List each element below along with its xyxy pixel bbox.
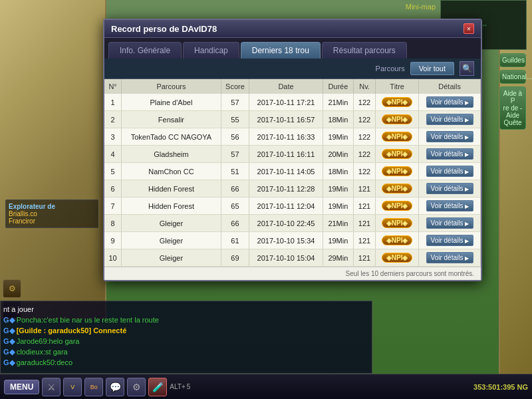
titre-badge-3: ◈NPI◈ (382, 132, 413, 142)
sword-icon[interactable]: ⚔ (42, 378, 61, 396)
cell-details-1: Voir détails (419, 94, 481, 111)
table-row: 5NamChon CC512017-10-11 14:0518Min122◈NP… (104, 163, 481, 180)
table-row: 3TokenTado CC NAGOYA562017-10-11 16:3319… (104, 128, 481, 146)
cell-details-6: Voir détails (419, 180, 481, 198)
guildes-button[interactable]: Guildes (499, 53, 526, 67)
minimap-label: Mini-map (406, 3, 436, 11)
cell-date-7: 2017-10-11 12:04 (249, 198, 323, 215)
cell-details-7: Voir détails (419, 198, 481, 215)
cell-score-4: 57 (221, 146, 249, 163)
dialog-close-button[interactable]: × (464, 23, 474, 34)
table-row: 7Hidden Forest652017-10-11 12:0419Min121… (104, 198, 481, 215)
chat-area: nt a jouer G◆ Poncha:c'est bie nar us le… (0, 301, 372, 374)
voir-details-button-2[interactable]: Voir détails (426, 114, 473, 125)
potion-icon[interactable]: 🧪 (148, 378, 167, 396)
chat-line-3: G◆ [Guilde : garaduck50] Connecté (3, 325, 369, 336)
cell-titre-6: ◈NPI◈ (376, 180, 419, 198)
voir-details-button-9[interactable]: Voir détails (426, 235, 473, 246)
cell-titre-10: ◈NPI◈ (376, 249, 419, 267)
table-row: 8Gleiger662017-10-10 22:4521Min121◈NPI◈V… (104, 215, 481, 232)
cell-details-8: Voir détails (419, 215, 481, 232)
titre-badge-2: ◈NPI◈ (382, 114, 413, 124)
chat-line-1: nt a jouer (3, 304, 369, 315)
cell-duree-7: 19Min (323, 198, 353, 215)
cell-duree-6: 19Min (323, 180, 353, 198)
cell-parcours-4: Gladsheim (122, 146, 221, 163)
cell-titre-2: ◈NPI◈ (376, 111, 419, 128)
aide-quete-button[interactable]: Aide à Pre de -Aide Quête (499, 86, 526, 130)
cell-n-4: 4 (104, 146, 122, 163)
coordinates: 353:501:395 NG (473, 383, 528, 391)
tab-info-generale[interactable]: Info. Générale (108, 42, 182, 59)
cell-date-9: 2017-10-10 15:34 (249, 232, 323, 249)
cell-nv-7: 121 (353, 198, 375, 215)
col-header-date: Date (249, 79, 323, 94)
chat-icon[interactable]: 💬 (106, 378, 124, 396)
alt-indicator: ALT+ 5 (170, 383, 190, 390)
cell-details-3: Voir détails (419, 128, 481, 146)
cell-parcours-9: Gleiger (122, 232, 221, 249)
cell-n-9: 9 (104, 232, 122, 249)
record-dialog: Record perso de DAvID78 × Info. Générale… (103, 19, 482, 281)
cell-nv-2: 122 (353, 111, 375, 128)
boutique-icon[interactable]: Bo (84, 378, 103, 396)
cell-n-5: 5 (104, 163, 122, 180)
player-guild2: Franciror (9, 217, 95, 225)
cell-score-3: 56 (221, 128, 249, 146)
col-header-titre: Titre (376, 79, 419, 94)
titre-badge-4: ◈NPI◈ (382, 149, 413, 159)
tab-bar: Info. Générale Handicap Derniers 18 trou… (104, 38, 481, 59)
player-area: Explorateur de Briallis.co Franciror (5, 200, 98, 228)
cell-date-3: 2017-10-11 16:33 (249, 128, 323, 146)
dialog-titlebar: Record perso de DAvID78 × (104, 20, 481, 38)
records-table-container: N° Parcours Score Date Durée Nv. Titre D… (104, 79, 481, 280)
voir-details-button-8[interactable]: Voir détails (426, 217, 473, 229)
cell-nv-5: 122 (353, 163, 375, 180)
inventory-icon[interactable]: ⚙ (3, 279, 21, 298)
col-header-parcours: Parcours (122, 79, 221, 94)
tab-derniers18[interactable]: Derniers 18 trou (241, 42, 321, 59)
voir-tout-button[interactable]: Voir tout (410, 62, 454, 75)
cell-details-10: Voir détails (419, 249, 481, 267)
titre-badge-5: ◈NPI◈ (382, 166, 413, 176)
tab-handicap[interactable]: Handicap (183, 42, 239, 59)
cell-parcours-1: Plaine d'Abel (122, 94, 221, 111)
player-guild1: Briallis.co (9, 210, 95, 217)
voir-details-button-10[interactable]: Voir détails (426, 252, 473, 263)
titre-badge-6: ◈NPI◈ (382, 184, 413, 194)
titre-badge-7: ◈NPI◈ (382, 201, 413, 211)
cell-titre-7: ◈NPI◈ (376, 198, 419, 215)
building-left (0, 0, 106, 319)
right-panel: Guildes National... Aide à Pre de -Aide … (499, 53, 527, 130)
cell-n-7: 7 (104, 198, 122, 215)
voir-details-button-6[interactable]: Voir détails (426, 183, 473, 194)
chat-line-5: G◆ clodieux:st gara (3, 346, 369, 357)
settings-icon[interactable]: ⚙ (127, 378, 146, 396)
voir-details-button-5[interactable]: Voir détails (426, 166, 473, 177)
cell-duree-1: 21Min (323, 94, 353, 111)
voir-details-button-7[interactable]: Voir détails (426, 200, 473, 211)
titre-badge-10: ◈NPI◈ (382, 253, 413, 263)
voir-details-button-4[interactable]: Voir détails (426, 148, 473, 160)
cell-n-10: 10 (104, 249, 122, 267)
table-row: 1Plaine d'Abel572017-10-11 17:2121Min122… (104, 94, 481, 111)
cell-titre-1: ◈NPI◈ (376, 94, 419, 111)
cell-score-5: 51 (221, 163, 249, 180)
cell-date-5: 2017-10-11 14:05 (249, 163, 323, 180)
cell-date-6: 2017-10-11 12:28 (249, 180, 323, 198)
col-header-details: Détails (419, 79, 481, 94)
table-row: 2Fensalir552017-10-11 16:5718Min122◈NPI◈… (104, 111, 481, 128)
vshop-icon[interactable]: V (63, 378, 82, 396)
national-button[interactable]: National... (499, 70, 526, 84)
cell-titre-4: ◈NPI◈ (376, 146, 419, 163)
cell-parcours-8: Gleiger (122, 215, 221, 232)
voir-details-button-1[interactable]: Voir détails (426, 96, 473, 108)
filter-icon[interactable]: 🔍 (460, 61, 474, 76)
menu-button[interactable]: MENU (4, 380, 39, 394)
bottom-bar: MENU ⚔ V Bo 💬 ⚙ 🧪 ALT+ 5 353:501:395 NG (0, 374, 532, 399)
voir-details-button-3[interactable]: Voir détails (426, 131, 473, 142)
cell-details-9: Voir détails (419, 232, 481, 249)
chat-line-2: G◆ Poncha:c'est bie nar us le reste tent… (3, 315, 369, 325)
cell-parcours-6: Hidden Forest (122, 180, 221, 198)
tab-resultat-parcours[interactable]: Résultat parcours (322, 42, 407, 59)
